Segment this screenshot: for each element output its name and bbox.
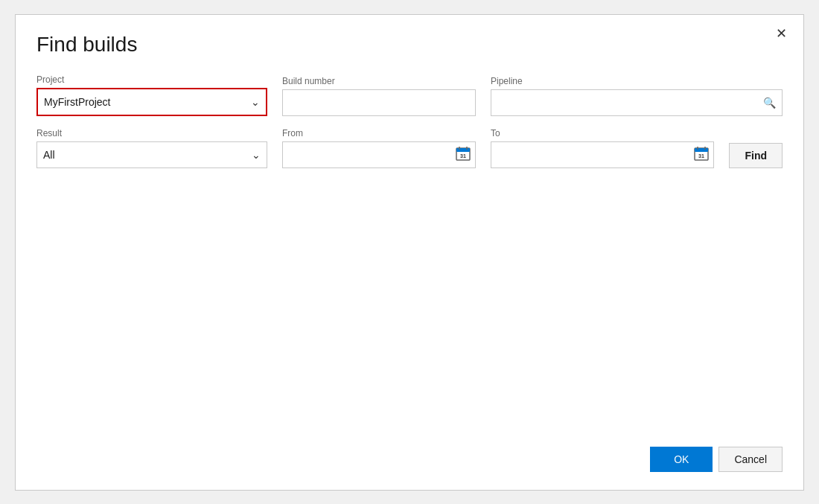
form-row-1: Project MyFirstProject Project2 Project3…	[36, 74, 783, 116]
ok-button[interactable]: OK	[650, 447, 713, 472]
from-date-wrapper: 31	[282, 141, 476, 168]
close-button[interactable]: ✕	[771, 24, 791, 43]
build-number-label: Build number	[282, 76, 476, 86]
dialog-overlay: ✕ Find builds Project MyFirstProject Pro…	[0, 0, 819, 504]
to-label: To	[491, 128, 714, 138]
svg-text:31: 31	[699, 153, 705, 159]
result-label: Result	[36, 128, 267, 138]
to-date-wrapper: 31	[491, 141, 714, 168]
find-builds-dialog: ✕ Find builds Project MyFirstProject Pro…	[15, 14, 804, 491]
pipeline-input-wrapper: 🔍	[491, 89, 783, 116]
project-select[interactable]: MyFirstProject Project2 Project3	[38, 89, 266, 115]
to-date-input[interactable]	[491, 142, 689, 168]
cancel-button[interactable]: Cancel	[718, 447, 783, 472]
to-field: To 31	[491, 128, 714, 168]
from-date-input[interactable]	[283, 142, 451, 168]
to-calendar-icon[interactable]: 31	[689, 146, 713, 164]
project-label: Project	[36, 74, 267, 85]
find-button[interactable]: Find	[729, 143, 783, 168]
svg-text:31: 31	[460, 153, 466, 159]
pipeline-label: Pipeline	[491, 76, 783, 86]
build-number-field: Build number	[282, 76, 476, 116]
from-field: From 31	[282, 128, 476, 168]
pipeline-field: Pipeline 🔍	[491, 76, 783, 116]
dialog-title: Find builds	[36, 33, 783, 57]
pipeline-input[interactable]	[491, 90, 757, 115]
from-label: From	[282, 128, 476, 138]
from-calendar-icon[interactable]: 31	[451, 146, 475, 164]
search-icon: 🔍	[757, 97, 782, 109]
result-select[interactable]: All Succeeded Failed Canceled	[37, 142, 267, 168]
project-field: Project MyFirstProject Project2 Project3…	[36, 74, 267, 116]
svg-rect-1	[456, 148, 470, 152]
dialog-footer: OK Cancel	[36, 435, 783, 472]
project-select-wrapper: MyFirstProject Project2 Project3 ⌄	[36, 88, 267, 116]
result-select-wrapper: All Succeeded Failed Canceled ⌄	[36, 141, 267, 168]
result-field: Result All Succeeded Failed Canceled ⌄	[36, 128, 267, 168]
svg-rect-6	[695, 148, 708, 152]
build-number-input-wrapper	[282, 89, 476, 116]
build-number-input[interactable]	[283, 90, 475, 115]
form-row-2: Result All Succeeded Failed Canceled ⌄ F…	[36, 128, 783, 168]
